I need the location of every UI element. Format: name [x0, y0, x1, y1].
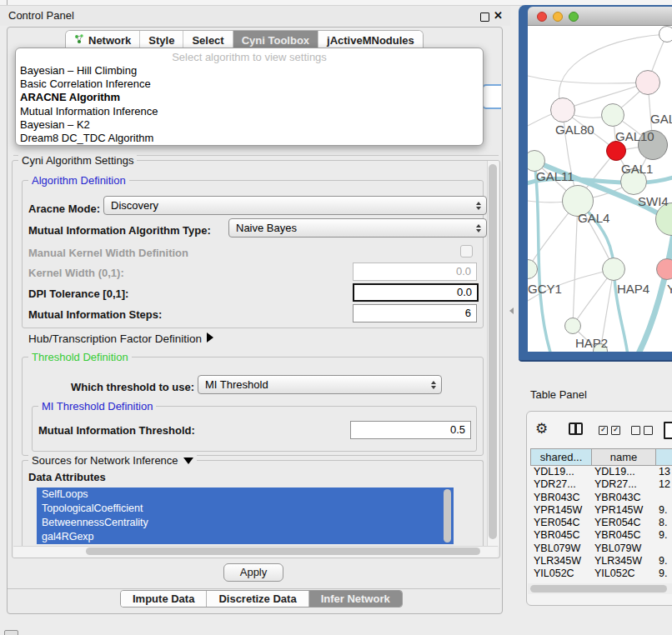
cell[interactable]: 12 — [655, 478, 672, 491]
cell[interactable]: YER054C — [530, 517, 591, 529]
stepper-arrows-icon — [476, 202, 481, 210]
close-traffic-icon[interactable] — [537, 12, 547, 22]
cell[interactable]: YIL052C — [530, 568, 591, 580]
tab-style[interactable]: Style — [140, 31, 183, 49]
vertical-scrollbar-thumb[interactable] — [489, 164, 497, 539]
dpi-tolerance-input[interactable]: 0.0 — [353, 283, 479, 302]
cell[interactable]: YBL079W — [530, 542, 591, 555]
table-hscrollbar-thumb[interactable] — [530, 585, 667, 592]
manual-kernel-width-checkbox[interactable] — [460, 245, 473, 258]
node-red[interactable] — [606, 141, 626, 161]
cell[interactable]: YPR145W — [530, 504, 591, 517]
node-salmon[interactable] — [656, 258, 672, 280]
select-all-columns-icon[interactable]: ✓✓ — [599, 426, 620, 435]
table-row[interactable]: YBR043CYBR043C — [530, 492, 672, 504]
aracne-mode-select[interactable]: Discovery — [103, 196, 487, 215]
table-row[interactable]: YBL079WYBL079W — [530, 542, 672, 555]
cell[interactable]: YDR27... — [591, 478, 655, 491]
column-header-name[interactable]: name — [591, 448, 655, 466]
tab-select[interactable]: Select — [183, 31, 233, 49]
table-row[interactable]: YDR27...YDR27...12 — [530, 478, 672, 491]
table-row[interactable]: YIL052CYIL052C9. — [530, 568, 672, 580]
menu-item-dream8[interactable]: Dream8 DC_TDC Algorithm — [16, 132, 479, 145]
table-body[interactable]: YDL19...YDL19...13 YDR27...YDR27...12 YB… — [530, 466, 672, 582]
mi-threshold-input[interactable]: 0.5 — [350, 421, 471, 439]
splitter-collapse-icon[interactable] — [509, 308, 514, 314]
zoom-traffic-icon[interactable] — [569, 12, 579, 22]
menu-item-bayesian-hill-climbing[interactable]: Bayesian – Hill Climbing — [16, 64, 479, 78]
horizontal-scrollbar-thumb[interactable] — [86, 548, 480, 555]
data-attributes-list[interactable]: SelfLoops TopologicalCoefficient Between… — [37, 488, 454, 544]
tab-discretize-data[interactable]: Discretize Data — [207, 591, 308, 607]
cell[interactable]: YLR345W — [530, 555, 591, 568]
menu-item-mutual-information[interactable]: Mutual Information Inference — [16, 105, 479, 118]
minimize-traffic-icon[interactable] — [553, 12, 563, 22]
table-row[interactable]: YPR145WYPR145W9. — [530, 504, 672, 517]
node-gal10[interactable] — [601, 103, 624, 127]
node-hap2[interactable] — [564, 318, 581, 334]
node-gal-partial[interactable] — [635, 70, 660, 95]
table-row[interactable]: YER054CYER054C8. — [530, 517, 672, 529]
list-scrollbar-thumb[interactable] — [444, 489, 451, 542]
table-row[interactable]: YBR045CYBR045C9. — [530, 529, 672, 542]
group-title: Algorithm Definition — [28, 174, 129, 187]
tab-network[interactable]: Network — [66, 31, 140, 49]
cell[interactable]: YBR043C — [530, 492, 591, 504]
which-threshold-label: Which threshold to use: — [71, 381, 194, 393]
list-item[interactable]: TopologicalCoefficient — [37, 502, 454, 516]
menu-item-basic-correlation[interactable]: Basic Correlation Inference — [16, 78, 479, 91]
tab-jactivemnodules[interactable]: jActiveMNodules — [318, 31, 423, 49]
tab-impute-data[interactable]: Impute Data — [121, 591, 207, 607]
node-hap4[interactable] — [602, 258, 625, 281]
deselect-all-columns-icon[interactable] — [631, 426, 653, 435]
cell[interactable]: 9. — [655, 504, 672, 517]
hub-definition-toggle[interactable]: Hub/Transcription Factor Definition — [28, 332, 202, 345]
mi-steps-input[interactable]: 6 — [353, 304, 477, 322]
tab-cyni-toolbox[interactable]: Cyni Toolbox — [233, 31, 318, 49]
node-unlabeled[interactable] — [659, 26, 672, 42]
tab-infer-network[interactable]: Infer Network — [309, 591, 402, 607]
node-gal80[interactable] — [550, 98, 575, 122]
table-row[interactable]: YLR345WYLR345W9. — [530, 555, 672, 568]
apply-button[interactable]: Apply — [223, 563, 283, 582]
menu-item-aracne[interactable]: ARACNE Algorithm — [16, 91, 479, 104]
cell[interactable] — [655, 542, 672, 555]
mi-algorithm-type-select[interactable]: Naive Bayes — [228, 218, 487, 238]
cell[interactable]: 9. — [655, 529, 672, 542]
which-threshold-select[interactable]: MI Threshold — [198, 375, 442, 394]
split-columns-icon[interactable] — [569, 422, 583, 435]
network-canvas[interactable]: GAL GAL80 GAL10 GAL1 GAL11 SWI4 GAL4 GCY… — [528, 26, 672, 352]
cell[interactable]: YPR145W — [591, 504, 655, 517]
cell[interactable]: YER054C — [591, 517, 655, 529]
expand-right-icon[interactable] — [207, 332, 213, 342]
cell[interactable]: YDL19... — [530, 466, 591, 478]
kernel-width-input[interactable]: 0.0 — [353, 262, 477, 281]
collapse-down-icon[interactable] — [183, 458, 193, 464]
list-item[interactable]: gal4RGexp — [37, 530, 454, 544]
list-item[interactable]: SelfLoops — [37, 488, 454, 502]
column-header-clipped[interactable] — [655, 448, 672, 466]
cell[interactable]: 8. — [655, 517, 672, 529]
cell[interactable]: YDR27... — [530, 478, 591, 491]
menu-item-bayesian-k2[interactable]: Bayesian – K2 — [16, 118, 479, 132]
cell[interactable]: YBR043C — [591, 492, 655, 504]
table-row[interactable]: YDL19...YDL19...13 — [530, 466, 672, 478]
cell[interactable] — [655, 492, 672, 504]
cell[interactable]: YBR045C — [530, 529, 591, 542]
column-header-shared-name[interactable]: shared... — [530, 448, 591, 466]
collapsed-panel-icon[interactable] — [4, 630, 18, 635]
cell[interactable]: YLR345W — [591, 555, 655, 568]
cell[interactable]: YDL19... — [591, 466, 655, 478]
close-icon[interactable]: ✕ — [494, 9, 503, 22]
cell[interactable]: YIL052C — [591, 568, 655, 580]
gear-icon[interactable]: ⚙ — [535, 422, 548, 436]
list-item[interactable]: BetweennessCentrality — [37, 516, 454, 530]
export-table-icon[interactable] — [664, 422, 672, 439]
float-window-icon[interactable] — [480, 12, 489, 22]
cell[interactable]: 9. — [655, 555, 672, 568]
cell[interactable]: 9. — [655, 568, 672, 580]
network-window-titlebar[interactable] — [528, 7, 672, 26]
cell[interactable]: YBR045C — [591, 529, 655, 542]
cell[interactable]: 13 — [655, 466, 672, 478]
cell[interactable]: YBL079W — [591, 542, 655, 555]
